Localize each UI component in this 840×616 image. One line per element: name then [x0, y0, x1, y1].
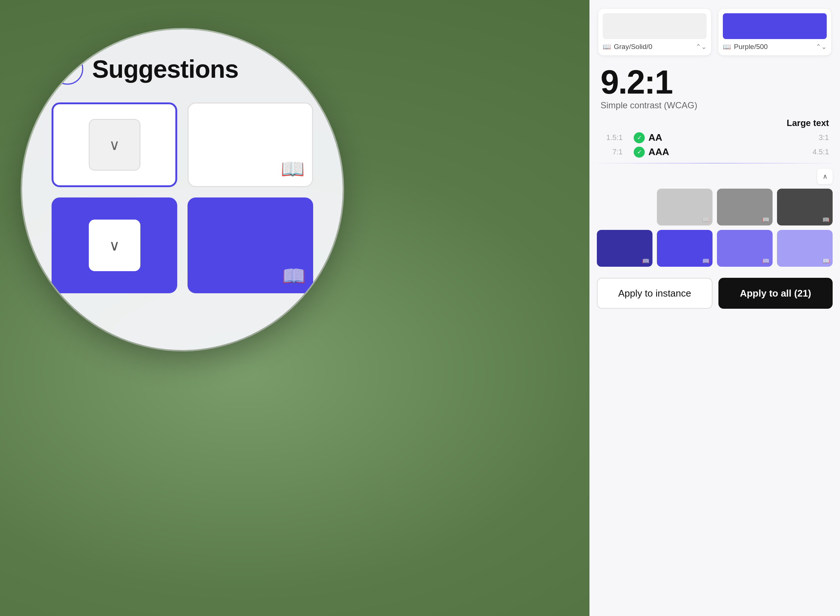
right-panel: 📖 Gray/Solid/0 ⌃⌄ 📖 Purple/500 ⌃⌄ 9.2:1 …: [589, 0, 840, 616]
swatch-gray1[interactable]: 📖: [657, 189, 712, 226]
card-bottom-left[interactable]: ∨: [51, 198, 177, 293]
contrast-ratio-value: 9.2:1: [601, 66, 829, 99]
book-icon-br: 📖: [282, 265, 306, 287]
wcag-ratio-aa-right: 3:1: [819, 133, 829, 142]
inner-card-tl: ∨: [89, 119, 140, 170]
wcag-ratio-aa-left: 1.5:1: [601, 133, 623, 142]
magnifier-circle: ✦ Suggestions ∨ 📖 ∨ 📖: [22, 29, 343, 350]
swatch-purple-preview: [723, 13, 827, 39]
card-top-right[interactable]: 📖: [188, 103, 313, 187]
book-badge-purple-med2: 📖: [762, 258, 770, 264]
spark-icon: ✦: [76, 56, 81, 62]
contrast-section: 9.2:1 Simple contrast (WCAG): [589, 55, 840, 114]
inner-card-bl: ∨: [89, 220, 140, 271]
swatch-gray-label: Gray/Solid/0: [614, 43, 693, 51]
contrast-label: Simple contrast (WCAG): [601, 100, 829, 110]
check-circle-aaa: ✓: [634, 147, 645, 158]
swatch-purple-med2[interactable]: 📖: [717, 230, 773, 267]
book-badge-gray3: 📖: [822, 216, 830, 223]
swatch-gray[interactable]: 📖 Gray/Solid/0 ⌃⌄: [598, 9, 711, 55]
book-badge-purple-mid: 📖: [702, 258, 710, 264]
book-badge-gray1: 📖: [702, 216, 710, 223]
action-buttons: Apply to instance Apply to all (21): [589, 272, 840, 320]
book-icon-2: 📖: [723, 43, 731, 51]
color-swatches-top: 📖 Gray/Solid/0 ⌃⌄ 📖 Purple/500 ⌃⌄: [589, 0, 840, 55]
wcag-ratio-aaa-left: 7:1: [601, 148, 623, 156]
gray-swatches-row: 📖 📖 📖: [597, 189, 833, 226]
swatch-gray-arrows: ⌃⌄: [696, 43, 707, 51]
wcag-ratio-aaa-right: 4.5:1: [813, 148, 829, 156]
suggestions-title: Suggestions: [92, 54, 238, 83]
chevron-down-bl: ∨: [109, 237, 120, 254]
color-grid-section: ∧ 📖 📖 📖 📖: [589, 164, 840, 272]
wcag-row-aa: 1.5:1 ✓ AA 3:1: [601, 132, 829, 143]
swatch-purple[interactable]: 📖 Purple/500 ⌃⌄: [718, 9, 831, 55]
chevron-down-tl: ∨: [109, 136, 120, 153]
swatch-purple-arrows: ⌃⌄: [816, 43, 827, 51]
swatch-gray-preview: [603, 13, 707, 39]
wcag-section: Large text 1.5:1 ✓ AA 3:1 7:1 ✓ AAA 4.5:…: [589, 114, 840, 163]
swatch-purple-light[interactable]: 📖: [777, 230, 833, 267]
divider: [589, 163, 840, 164]
check-circle-aa: ✓: [634, 132, 645, 143]
book-icon: 📖: [603, 43, 611, 51]
card-top-left[interactable]: ∨: [51, 103, 177, 187]
card-bottom-right[interactable]: 📖: [188, 198, 313, 293]
swatch-purple-label: Purple/500: [734, 43, 813, 51]
book-badge-gray2: 📖: [762, 216, 770, 223]
apply-instance-button[interactable]: Apply to instance: [597, 278, 712, 309]
large-text-title: Large text: [601, 118, 829, 128]
wcag-row-aaa: 7:1 ✓ AAA 4.5:1: [601, 146, 829, 158]
purple-swatches-row: 📖 📖 📖 📖: [597, 230, 833, 267]
collapse-button[interactable]: ∧: [817, 169, 833, 184]
swatch-gray2[interactable]: 📖: [717, 189, 773, 226]
apply-all-button[interactable]: Apply to all (21): [718, 278, 833, 309]
book-badge-purple-dark: 📖: [642, 258, 649, 264]
cards-grid: ∨ 📖 ∨ 📖: [51, 103, 313, 293]
book-badge-purple-light: 📖: [822, 258, 830, 264]
wcag-badge-aaa: AAA: [648, 146, 809, 158]
swatch-purple-dark[interactable]: 📖: [597, 230, 652, 267]
swatch-empty: [597, 189, 652, 226]
wcag-badge-aa: AA: [648, 132, 815, 143]
lightning-icon-wrapper: ✦: [51, 53, 83, 85]
swatch-purple-mid[interactable]: 📖: [657, 230, 712, 267]
chevron-up-icon: ∧: [823, 172, 827, 180]
lightning-icon: [59, 61, 76, 77]
book-icon-tr: 📖: [281, 158, 305, 180]
swatch-gray3[interactable]: 📖: [777, 189, 833, 226]
